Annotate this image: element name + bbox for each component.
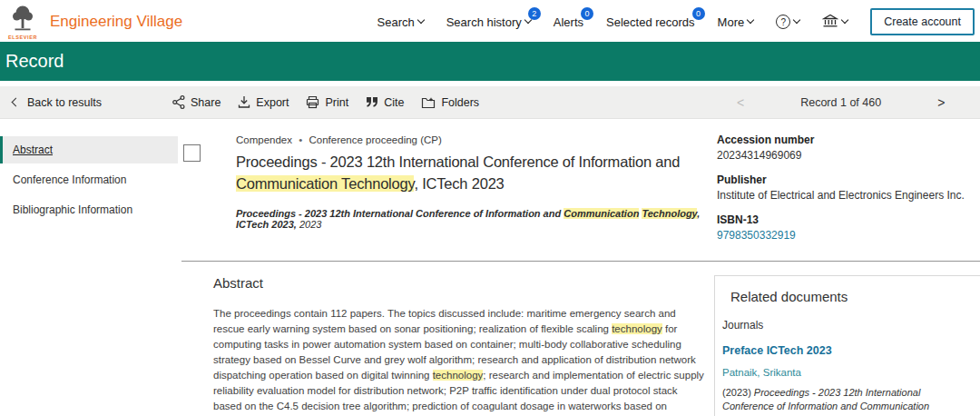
accession-number-value: 20234314969069 bbox=[717, 149, 978, 162]
section-divider bbox=[181, 261, 980, 262]
elsevier-tree-icon bbox=[7, 5, 38, 35]
cite-button[interactable]: Cite bbox=[366, 96, 404, 109]
folders-button[interactable]: Folders bbox=[421, 96, 479, 109]
abstract-text: The proceedings contain 112 papers. The … bbox=[213, 306, 704, 416]
nav-alerts[interactable]: Alerts 0 bbox=[554, 15, 583, 29]
publisher-value: Institute of Electrical and Electronics … bbox=[717, 189, 978, 202]
selected-records-count-badge: 0 bbox=[692, 7, 705, 20]
title-highlight: Communication Technology bbox=[236, 175, 414, 192]
publisher-group: Publisher Institute of Electrical and El… bbox=[717, 173, 978, 202]
back-to-results-label: Back to results bbox=[27, 96, 102, 109]
nav-institution[interactable] bbox=[822, 14, 848, 31]
title-text: Proceedings - 2023 12th International Co… bbox=[236, 154, 680, 170]
sidebar-item-abstract[interactable]: Abstract bbox=[0, 136, 178, 163]
isbn-group: ISBN-13 9798350332919 bbox=[717, 213, 978, 242]
citation-text: Proceedings - 2023 12th International Co… bbox=[236, 208, 564, 219]
folder-add-icon bbox=[421, 96, 436, 109]
record-position-label: Record 1 of 460 bbox=[800, 96, 881, 109]
section-sidebar: Abstract Conference Information Bibliogr… bbox=[0, 136, 178, 226]
related-group-label: Journals bbox=[722, 319, 970, 332]
previous-record-button[interactable]: < bbox=[737, 95, 744, 110]
isbn-label: ISBN-13 bbox=[717, 213, 978, 226]
isbn-link[interactable]: 9798350332919 bbox=[717, 229, 978, 242]
document-type-line: Compendex • Conference proceeding (CP) bbox=[236, 134, 708, 145]
abstract-highlight: technology bbox=[433, 370, 484, 381]
share-button[interactable]: Share bbox=[172, 95, 220, 109]
export-label: Export bbox=[256, 96, 289, 109]
alerts-count-badge: 0 bbox=[581, 7, 593, 20]
related-item-citation: (2023) Proceedings - 2023 12th Internati… bbox=[722, 386, 970, 416]
main-content: Abstract Conference Information Bibliogr… bbox=[0, 119, 980, 416]
citation-highlight-2: Technology bbox=[642, 208, 697, 219]
nav-search-label: Search bbox=[377, 15, 415, 29]
abstract-segment: The proceedings contain 112 papers. The … bbox=[213, 308, 676, 334]
page-title: Record bbox=[5, 51, 64, 72]
related-item-author-link[interactable]: Patnaik, Srikanta bbox=[722, 367, 970, 378]
page-title-bar: Record bbox=[0, 42, 980, 81]
document-citation: Proceedings - 2023 12th International Co… bbox=[236, 208, 708, 230]
nav-search-history[interactable]: Search history 2 bbox=[446, 15, 531, 29]
title-text-end: , ICTech 2023 bbox=[414, 175, 504, 192]
elsevier-logo[interactable]: ELSEVIER bbox=[3, 5, 43, 40]
printer-icon bbox=[306, 95, 319, 109]
brand-title[interactable]: Engineering Village bbox=[50, 13, 182, 31]
nav-search-history-label: Search history bbox=[446, 15, 522, 29]
export-download-icon bbox=[238, 95, 250, 109]
chevron-down-icon bbox=[793, 16, 800, 24]
nav-selected-records[interactable]: Selected records 0 bbox=[606, 15, 695, 29]
database-name: Compendex bbox=[236, 134, 292, 145]
document-type: Conference proceeding (CP) bbox=[309, 134, 441, 145]
share-label: Share bbox=[191, 96, 220, 109]
nav-alerts-label: Alerts bbox=[554, 15, 583, 29]
document-header: Compendex • Conference proceeding (CP) P… bbox=[236, 134, 708, 230]
sidebar-item-conference-information[interactable]: Conference Information bbox=[0, 166, 178, 193]
chevron-down-icon bbox=[416, 16, 424, 24]
quote-cite-icon bbox=[366, 96, 378, 108]
toolbar-actions: Share Export Print bbox=[172, 95, 479, 109]
search-history-count-badge: 2 bbox=[528, 7, 541, 20]
folders-label: Folders bbox=[441, 96, 479, 109]
nav-more-label: More bbox=[718, 15, 745, 29]
record-toolbar: Back to results Share Export bbox=[0, 86, 980, 119]
app-header: ELSEVIER Engineering Village Search Sear… bbox=[0, 0, 980, 42]
cite-label: Cite bbox=[384, 96, 404, 109]
chevron-left-icon bbox=[12, 98, 21, 107]
accession-number-group: Accession number 20234314969069 bbox=[717, 134, 978, 162]
abstract-section: Abstract The proceedings contain 112 pap… bbox=[213, 275, 704, 416]
elsevier-logo-text: ELSEVIER bbox=[8, 35, 37, 40]
record-select-checkbox[interactable] bbox=[183, 144, 201, 162]
sidebar-item-bibliographic-information[interactable]: Bibliographic Information bbox=[0, 196, 178, 223]
print-button[interactable]: Print bbox=[306, 95, 348, 109]
related-item-title-link[interactable]: Preface ICTech 2023 bbox=[722, 344, 970, 357]
accession-number-label: Accession number bbox=[717, 134, 978, 146]
citation-year: 2023 bbox=[299, 219, 321, 230]
nav-selected-records-label: Selected records bbox=[606, 15, 695, 29]
nav-help[interactable]: ? bbox=[776, 15, 799, 29]
citation-highlight-1: Communication bbox=[564, 208, 639, 219]
related-documents-heading: Related documents bbox=[730, 289, 970, 304]
nav-more[interactable]: More bbox=[718, 15, 754, 29]
record-metadata: Accession number 20234314969069 Publishe… bbox=[717, 134, 978, 253]
back-to-results-link[interactable]: Back to results bbox=[13, 96, 102, 109]
next-record-button[interactable]: > bbox=[937, 95, 945, 110]
print-label: Print bbox=[325, 96, 348, 109]
help-icon: ? bbox=[776, 15, 790, 29]
publisher-label: Publisher bbox=[717, 173, 978, 186]
export-button[interactable]: Export bbox=[238, 95, 289, 109]
nav-search[interactable]: Search bbox=[377, 15, 424, 29]
document-title: Proceedings - 2023 12th International Co… bbox=[236, 151, 708, 194]
institution-icon bbox=[822, 14, 838, 31]
chevron-down-icon bbox=[841, 16, 848, 24]
share-icon bbox=[172, 95, 185, 109]
related-citation-year: (2023) bbox=[722, 387, 751, 398]
related-documents-panel: Related documents Journals Preface ICTec… bbox=[714, 275, 980, 416]
top-nav: Search Search history 2 Alerts 0 Selecte… bbox=[377, 8, 975, 35]
dot-separator: • bbox=[299, 134, 302, 145]
chevron-down-icon bbox=[747, 16, 754, 24]
abstract-heading: Abstract bbox=[213, 275, 704, 291]
record-pagination: < Record 1 of 460 > bbox=[737, 86, 945, 118]
related-citation-title: Proceedings - 2023 12th International Co… bbox=[722, 387, 929, 416]
create-account-button[interactable]: Create account bbox=[870, 8, 975, 35]
abstract-highlight: technology bbox=[612, 323, 662, 334]
